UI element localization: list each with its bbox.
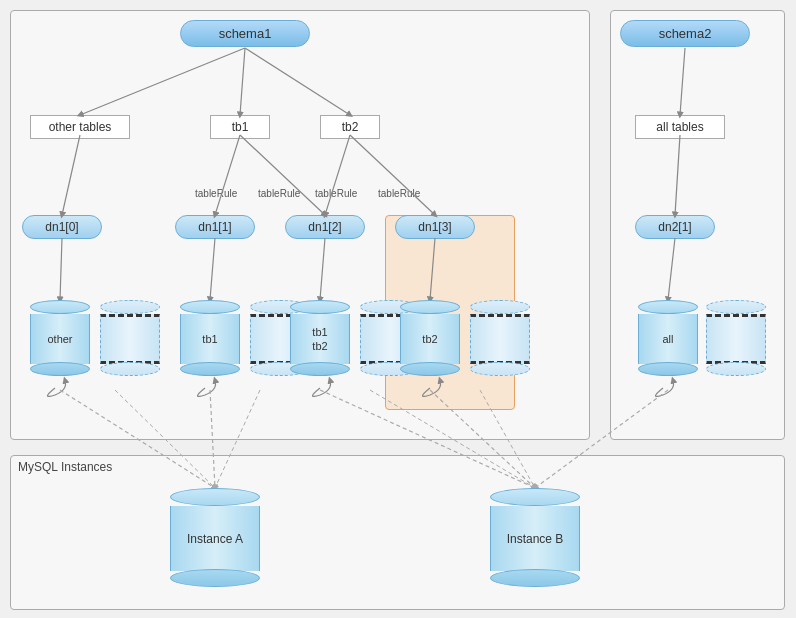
schema1-node: schema1 <box>180 20 310 47</box>
cylinder-top <box>180 300 240 314</box>
cylinder-body <box>706 314 766 364</box>
ds-other-dashed-cylinder <box>100 300 160 376</box>
instance-b-cylinder: Instance B <box>490 488 580 587</box>
cylinder-body <box>470 314 530 364</box>
cylinder-top <box>490 488 580 506</box>
tablerule4-label: tableRule <box>378 188 420 199</box>
cylinder-bottom <box>170 569 260 587</box>
cylinder-bottom <box>470 362 530 376</box>
tb2-node: tb2 <box>320 115 380 139</box>
ds-tb1-tb2-cylinder: tb1 tb2 <box>290 300 350 376</box>
tablerule2-label: tableRule <box>258 188 300 199</box>
cylinder-bottom <box>290 362 350 376</box>
cylinder-body: tb1 <box>180 314 240 364</box>
cylinder-top <box>400 300 460 314</box>
ds-other-cylinder: other <box>30 300 90 376</box>
tablerule3-label: tableRule <box>315 188 357 199</box>
dn2-1-node: dn2[1] <box>635 215 715 239</box>
schema2-node: schema2 <box>620 20 750 47</box>
ds-tb1-cylinder: tb1 <box>180 300 240 376</box>
dn1-1-node: dn1[1] <box>175 215 255 239</box>
diagram-container: dataNode dataSource schema1 schema2 othe… <box>0 0 796 618</box>
all-tables-node: all tables <box>635 115 725 139</box>
cylinder-body: Instance A <box>170 506 260 571</box>
cylinder-top <box>100 300 160 314</box>
instance-a-cylinder: Instance A <box>170 488 260 587</box>
cylinder-top <box>290 300 350 314</box>
tablerule1-label: tableRule <box>195 188 237 199</box>
cylinder-top <box>706 300 766 314</box>
cylinder-bottom <box>706 362 766 376</box>
cylinder-body: all <box>638 314 698 364</box>
cylinder-top <box>30 300 90 314</box>
tb1-node: tb1 <box>210 115 270 139</box>
ds-all-cylinder: all <box>638 300 698 376</box>
mysql-label: MySQL Instances <box>18 460 112 474</box>
cylinder-bottom <box>180 362 240 376</box>
cylinder-top <box>470 300 530 314</box>
mysql-region <box>10 455 785 610</box>
ds-tb2-cylinder: tb2 <box>400 300 460 376</box>
cylinder-bottom <box>30 362 90 376</box>
cylinder-body: tb2 <box>400 314 460 364</box>
cylinder-body <box>100 314 160 364</box>
cylinder-body: other <box>30 314 90 364</box>
dn1-0-node: dn1[0] <box>22 215 102 239</box>
ds-tb2-dashed-cylinder <box>470 300 530 376</box>
dn1-2-node: dn1[2] <box>285 215 365 239</box>
dn1-3-node: dn1[3] <box>395 215 475 239</box>
ds-all-dashed-cylinder <box>706 300 766 376</box>
cylinder-bottom <box>100 362 160 376</box>
cylinder-body: tb1 tb2 <box>290 314 350 364</box>
cylinder-bottom <box>490 569 580 587</box>
cylinder-bottom <box>638 362 698 376</box>
other-tables-node: other tables <box>30 115 130 139</box>
cylinder-top <box>638 300 698 314</box>
cylinder-bottom <box>400 362 460 376</box>
cylinder-body: Instance B <box>490 506 580 571</box>
cylinder-top <box>170 488 260 506</box>
